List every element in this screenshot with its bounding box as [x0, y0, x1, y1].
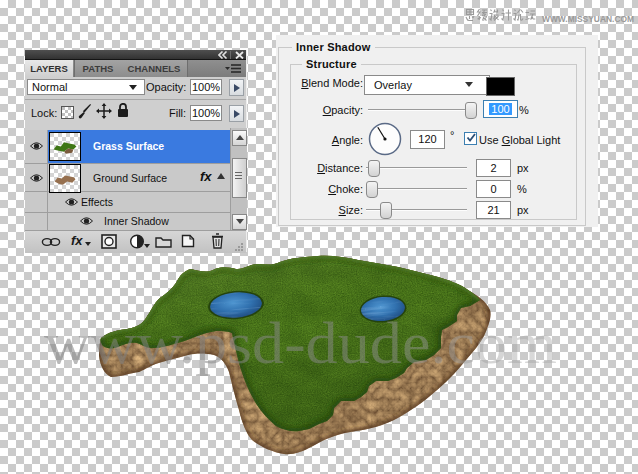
svg-text:www.psd-dude.com: www.psd-dude.com [44, 310, 557, 376]
svg-text:WWW.MISSYUAN.COM: WWW.MISSYUAN.COM [542, 14, 634, 24]
